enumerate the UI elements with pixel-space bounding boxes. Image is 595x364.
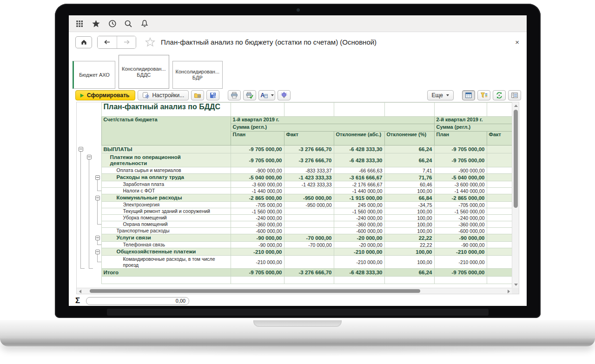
table-row[interactable]: Платежи по операционной деятельности-9 7… xyxy=(77,153,512,167)
save-settings-icon xyxy=(209,92,217,99)
tree-line xyxy=(80,228,81,234)
vertical-scroll-thumb[interactable] xyxy=(514,110,518,208)
table-row[interactable]: Электроэнергия-705 000,00-950 000,00245 … xyxy=(77,202,512,208)
row-value-cell: -360 000,00 xyxy=(334,221,384,228)
settings-button[interactable]: Настройки... xyxy=(138,90,189,100)
table-header-button[interactable] xyxy=(462,90,475,100)
tab-label: Бюджет АХО xyxy=(79,72,110,78)
scroll-up-arrow[interactable] xyxy=(514,105,518,107)
table-row[interactable]: Оплата сырья и материалов-900 000,00-833… xyxy=(77,167,512,174)
collapse-toggle[interactable] xyxy=(95,175,100,180)
tab-2[interactable]: Консолидирован... БДДС xyxy=(119,55,169,89)
laptop-bezel: План-фактный анализ по бюджету (остатки … xyxy=(55,4,541,318)
table-row[interactable]: Текущий ремонт зданий и сооружений-1 560… xyxy=(77,208,512,215)
row-value-cell: -600 000,00 xyxy=(334,228,384,234)
row-value-cell: -210 000,00 xyxy=(334,256,384,269)
apps-grid-icon[interactable] xyxy=(75,19,84,28)
lightbulb-button[interactable] xyxy=(278,90,291,100)
table-row[interactable]: Общехозяйственные платежи-210 000,00-210… xyxy=(77,248,512,256)
tab-1[interactable]: Бюджет АХО xyxy=(73,61,115,89)
favorite-star-icon[interactable] xyxy=(145,37,155,47)
table-row[interactable]: Расходы на оплату труда-5 040 000,00-1 4… xyxy=(77,174,512,181)
row-name-cell: Коммунальные расходы xyxy=(101,194,231,202)
row-value-cell xyxy=(487,221,512,228)
collapse-toggle[interactable] xyxy=(87,155,92,159)
table-row[interactable]: Коммунальные расходы-2 865 000,00-950 00… xyxy=(77,194,512,202)
tree-line xyxy=(97,208,98,215)
filter-button[interactable] xyxy=(477,90,490,100)
row-value-cell xyxy=(487,167,512,174)
collapse-toggle[interactable] xyxy=(95,196,100,200)
lightbulb-icon xyxy=(280,92,288,99)
row-value-cell: -90 000,00 xyxy=(434,234,487,242)
save-settings-button[interactable] xyxy=(206,90,219,100)
panel-list-button[interactable] xyxy=(508,90,521,100)
more-button[interactable]: Еще xyxy=(427,90,454,100)
row-name-cell: Телефонная связь xyxy=(101,242,231,248)
search-icon[interactable] xyxy=(124,19,133,28)
row-value-cell: -9 705 000,00 xyxy=(231,146,284,153)
scroll-right-arrow[interactable] xyxy=(508,290,510,293)
load-settings-button[interactable] xyxy=(191,90,204,100)
row-value-cell: -6 428 333,30 xyxy=(334,146,384,153)
table-row[interactable]: Налоги с ФОТ-1 440 000,00-1 440 000,0010… xyxy=(77,188,512,194)
forward-button[interactable] xyxy=(117,36,136,48)
print-button[interactable] xyxy=(228,90,241,100)
vertical-scrollbar[interactable] xyxy=(512,102,519,288)
row-value-cell: -833 333,37 xyxy=(284,167,334,174)
scroll-left-arrow[interactable] xyxy=(79,290,81,293)
row-value-cell: -360 000,00 xyxy=(434,221,487,228)
tree-cell xyxy=(77,248,101,256)
row-value-cell: 66,24 xyxy=(384,146,434,153)
history-icon[interactable] xyxy=(107,19,117,28)
close-icon[interactable]: × xyxy=(515,38,520,46)
tree-line xyxy=(89,194,89,202)
table-row[interactable]: Уборка помещений-240 000,00-240 000,0010… xyxy=(77,215,512,221)
table-row[interactable]: Услуги связи-90 000,00-70 000,00-20 000,… xyxy=(77,234,512,242)
report-title-cell: План-фактный анализ по БДДС xyxy=(101,103,231,117)
collapse-toggle[interactable] xyxy=(79,147,83,152)
row-value-cell: 60,46 xyxy=(384,181,434,188)
row-value-cell: 100,00 xyxy=(384,208,434,215)
generate-button[interactable]: Сформировать xyxy=(75,90,135,100)
row-name-cell: Оплата сырья и материалов xyxy=(101,167,231,174)
window-titlebar: План-фактный анализ по бюджету (остатки … xyxy=(69,33,527,52)
laptop-shadow xyxy=(19,346,576,357)
tree-cell xyxy=(77,234,101,242)
horizontal-scrollbar[interactable] xyxy=(77,288,512,294)
tree-line xyxy=(89,188,89,194)
row-value-cell: -240 000,00 xyxy=(231,215,284,221)
row-value-cell: -2 865 000,00 xyxy=(231,194,284,202)
collapse-toggle[interactable] xyxy=(95,236,100,240)
tab-3[interactable]: Консолидирован... БДР xyxy=(172,61,223,89)
laptop-base xyxy=(0,320,595,339)
scroll-down-arrow[interactable] xyxy=(514,284,518,286)
row-value-cell: -2 865 000,00 xyxy=(434,194,487,202)
table-row[interactable]: ВЫПЛАТЫ-9 705 000,00-3 276 666,70-6 428 … xyxy=(77,146,512,153)
home-button[interactable] xyxy=(75,36,92,48)
format-a-button[interactable]: A xyxy=(258,90,275,100)
table-row[interactable]: Транспортные расходы-600 000,00-600 000,… xyxy=(77,228,512,234)
row-value-cell: -705 000,00 xyxy=(231,202,284,208)
row-value-cell: 71,76 xyxy=(384,174,434,181)
table-row[interactable]: Заработная плата-3 600 000,00-1 423 333,… xyxy=(77,181,512,188)
refresh-button[interactable] xyxy=(493,90,506,100)
table-row[interactable]: Охрана помещений-360 000,00-360 000,0010… xyxy=(77,221,512,228)
row-value-cell: -70 000,00 xyxy=(284,234,334,242)
row-name-cell: ВЫПЛАТЫ xyxy=(101,146,231,153)
report-title-row: План-фактный анализ по БДДС xyxy=(77,103,512,117)
col-header-account: Счет/статья бюджета xyxy=(101,117,231,146)
tree-line xyxy=(97,181,98,188)
sum-field[interactable] xyxy=(86,297,189,305)
table-row[interactable]: Итого-9 705 000,00-3 276 666,70-6 428 33… xyxy=(77,269,512,277)
back-button[interactable] xyxy=(98,36,117,48)
star-icon[interactable] xyxy=(91,19,100,28)
table-row[interactable]: Телефонная связь-90 000,00-70 000,00-20 … xyxy=(77,242,512,248)
print-check-button[interactable] xyxy=(243,90,256,100)
table-row[interactable]: Командировочные расходы, в том числе про… xyxy=(77,256,512,269)
row-value-cell: -210 000,00 xyxy=(434,248,487,256)
bell-icon[interactable] xyxy=(140,19,149,28)
horizontal-scroll-thumb[interactable] xyxy=(90,289,420,293)
collapse-toggle[interactable] xyxy=(95,250,100,254)
tree-cell xyxy=(77,181,101,188)
